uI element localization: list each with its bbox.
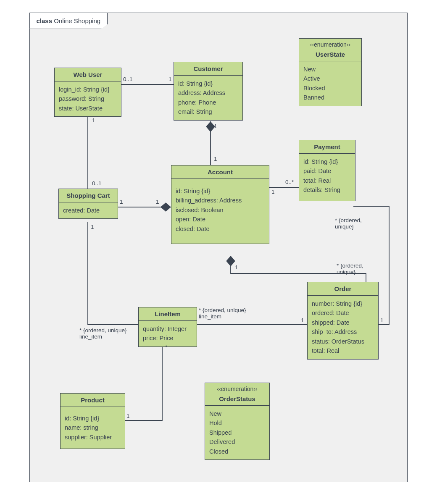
attr: shipped: Date xyxy=(312,318,374,327)
frame-label: class Online Shopping xyxy=(29,13,108,29)
class-attrs: id: String {id} name: string supplier: S… xyxy=(61,407,125,449)
enum-title: UserState xyxy=(299,48,361,61)
attr: id: String {id} xyxy=(176,186,265,196)
enum-stereotype: ‹‹enumeration›› xyxy=(205,383,269,392)
attr: details: String xyxy=(303,185,351,194)
attr: created: Date xyxy=(63,206,113,215)
attr: paid: Date xyxy=(303,166,351,176)
mult-label: * {ordered, unique} xyxy=(337,262,363,275)
class-lineitem: LineItem quantity: Integer price: Price xyxy=(138,307,197,347)
enum-stereotype: ‹‹enumeration›› xyxy=(299,39,361,48)
mult-label: 1 xyxy=(126,413,130,419)
mult-label: 0..1 xyxy=(123,76,133,82)
attr: closed: Date xyxy=(176,224,265,234)
mult-label: 0..1 xyxy=(92,180,102,186)
class-payment: Payment id: String {id} paid: Date total… xyxy=(299,140,355,201)
mult-label: 1 xyxy=(380,317,384,323)
class-attrs: login_id: String {id} password: String s… xyxy=(55,81,121,116)
frame-label-keyword: class xyxy=(37,17,53,24)
enum-value: Banned xyxy=(303,93,357,102)
enum-value: New xyxy=(209,409,265,418)
mult-label: 1 xyxy=(301,317,304,323)
class-title: Product xyxy=(61,394,125,407)
class-title: Account xyxy=(171,165,269,179)
mult-label: 1 xyxy=(271,189,275,195)
mult-label: 1 xyxy=(92,117,95,123)
enum-values: New Hold Shipped Delivered Closed xyxy=(205,406,269,459)
attr: email: String xyxy=(178,107,238,116)
attr: state: UserState xyxy=(59,104,117,113)
attr: quantity: Integer xyxy=(143,324,192,333)
class-title: Order xyxy=(308,282,378,296)
enum-value: Shipped xyxy=(209,428,265,437)
mult-label: 1 xyxy=(214,123,217,129)
class-product: Product id: String {id} name: string sup… xyxy=(60,393,125,449)
attr: id: String {id} xyxy=(178,79,238,88)
attr: ordered: Date xyxy=(312,308,374,318)
attr: name: string xyxy=(65,423,121,432)
attr: status: OrderStatus xyxy=(312,337,374,346)
enum-values: New Active Blocked Banned xyxy=(299,61,361,106)
class-attrs: quantity: Integer price: Price xyxy=(139,321,197,346)
enum-userstate: ‹‹enumeration›› UserState New Active Blo… xyxy=(299,38,362,106)
attr: number: String {id} xyxy=(312,299,374,308)
enum-value: Delivered xyxy=(209,437,265,446)
enum-value: Closed xyxy=(209,447,265,456)
class-title: Payment xyxy=(299,140,355,154)
attr: total: Real xyxy=(312,346,374,355)
class-shoppingcart: Shopping Cart created: Date xyxy=(58,189,118,219)
attr: isclosed: Boolean xyxy=(176,205,265,215)
mult-label: 1 xyxy=(120,199,123,205)
attr: price: Price xyxy=(143,333,192,343)
frame-label-name: Online Shopping xyxy=(54,17,100,24)
class-title: Web User xyxy=(55,68,121,81)
mult-label: 1 xyxy=(168,76,172,82)
class-attrs: id: String {id} paid: Date total: Real d… xyxy=(299,154,355,201)
enum-title: OrderStatus xyxy=(205,392,269,406)
mult-label: 1 xyxy=(91,224,94,230)
class-title: Shopping Cart xyxy=(59,189,118,202)
class-account: Account id: String {id} billing_address:… xyxy=(171,165,269,244)
class-webuser: Web User login_id: String {id} password:… xyxy=(54,68,121,117)
enum-value: Blocked xyxy=(303,84,357,93)
class-attrs: number: String {id} ordered: Date shippe… xyxy=(308,296,378,359)
class-attrs: created: Date xyxy=(59,202,118,218)
attr: billing_address: Address xyxy=(176,196,265,205)
enum-value: Active xyxy=(303,74,357,83)
attr: password: String xyxy=(59,94,117,103)
enum-value: New xyxy=(303,65,357,74)
attr: id: String {id} xyxy=(65,414,121,423)
attr: phone: Phone xyxy=(178,98,238,107)
attr: open: Date xyxy=(176,215,265,224)
mult-label: 1 xyxy=(235,264,238,270)
class-attrs: id: String {id} billing_address: Address… xyxy=(171,179,269,244)
mult-label: * {ordered, unique} line_item xyxy=(199,307,246,320)
mult-label: 1 xyxy=(156,199,159,205)
attr: login_id: String {id} xyxy=(59,85,117,94)
attr: id: String {id} xyxy=(303,157,351,166)
mult-label: * {ordered, unique} line_item xyxy=(79,327,127,340)
attr: supplier: Supplier xyxy=(65,433,121,442)
mult-label: * xyxy=(165,344,167,350)
class-order: Order number: String {id} ordered: Date … xyxy=(307,282,379,360)
attr: address: Address xyxy=(178,88,238,97)
attr: total: Real xyxy=(303,176,351,185)
enum-value: Hold xyxy=(209,418,265,428)
mult-label: 0..* xyxy=(285,179,294,185)
mult-label: 1 xyxy=(214,156,217,162)
attr: ship_to: Address xyxy=(312,327,374,336)
mult-label: * {ordered, unique} xyxy=(335,217,362,230)
class-title: LineItem xyxy=(139,307,197,321)
diagram-frame: class Online Shopping Web User xyxy=(29,13,408,482)
class-attrs: id: String {id} address: Address phone: … xyxy=(174,76,242,120)
enum-orderstatus: ‹‹enumeration›› OrderStatus New Hold Shi… xyxy=(205,383,270,460)
class-customer: Customer id: String {id} address: Addres… xyxy=(174,62,243,121)
class-title: Customer xyxy=(174,62,242,76)
